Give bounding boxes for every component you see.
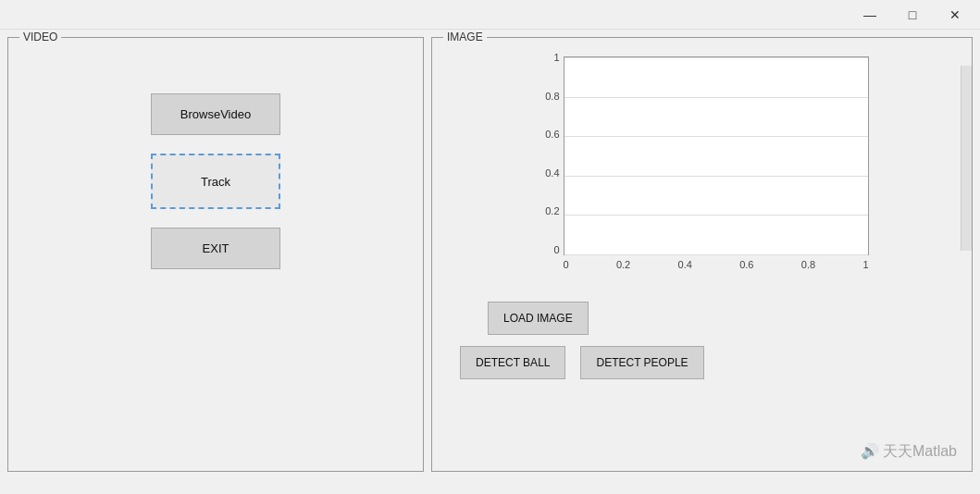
browse-video-button[interactable]: BrowseVideo (151, 93, 280, 135)
plot-container: 1 0.8 0.6 0.4 0.2 0 (527, 52, 878, 283)
y-label-06: 0.6 (545, 129, 559, 140)
y-label-0: 0 (553, 244, 559, 255)
maximize-button[interactable]: □ (891, 0, 934, 30)
y-label-04: 0.4 (545, 167, 559, 179)
grid-line-3 (564, 136, 868, 137)
y-axis: 1 0.8 0.6 0.4 0.2 0 (527, 52, 564, 255)
main-content: VIDEO BrowseVideo Track EXIT IMAGE 1 0.8… (0, 30, 980, 494)
y-label-1: 1 (553, 52, 559, 63)
title-bar: — □ ✕ (0, 0, 980, 30)
minimize-button[interactable]: — (849, 0, 891, 30)
load-image-button[interactable]: LOAD IMAGE (488, 302, 589, 335)
video-panel: VIDEO BrowseVideo Track EXIT (7, 37, 424, 472)
x-label-08: 0.8 (801, 259, 815, 270)
track-button[interactable]: Track (151, 154, 280, 209)
y-label-02: 0.2 (545, 205, 559, 216)
detect-ball-button[interactable]: DETECT BALL (460, 346, 565, 379)
video-panel-label: VIDEO (19, 31, 61, 43)
grid-line-2 (564, 97, 868, 98)
x-label-04: 0.4 (678, 259, 692, 270)
plot-area (564, 56, 869, 255)
exit-button[interactable]: EXIT (151, 228, 280, 269)
image-panel: IMAGE 1 0.8 0.6 0.4 0.2 0 (431, 37, 973, 472)
y-label-08: 0.8 (545, 91, 559, 102)
x-label-06: 0.6 (739, 259, 753, 270)
image-panel-label: IMAGE (443, 31, 487, 43)
scrollbar[interactable] (961, 66, 972, 251)
x-label-02: 0.2 (616, 259, 630, 270)
window-controls: — □ ✕ (849, 0, 976, 30)
close-button[interactable]: ✕ (934, 0, 976, 30)
image-buttons-row2: DETECT BALL DETECT PEOPLE (441, 346, 962, 379)
video-buttons-container: BrowseVideo Track EXIT (8, 38, 423, 269)
x-axis: 0 0.2 0.4 0.6 0.8 1 (564, 255, 869, 283)
x-label-0: 0 (564, 259, 569, 270)
image-panel-inner: 1 0.8 0.6 0.4 0.2 0 (432, 38, 972, 471)
detect-people-button[interactable]: DETECT PEOPLE (580, 346, 703, 379)
grid-line-4 (564, 176, 868, 177)
grid-line-5 (564, 215, 868, 216)
x-label-1: 1 (862, 259, 868, 270)
image-buttons-row1: LOAD IMAGE (441, 302, 962, 335)
grid-line-1 (564, 57, 868, 58)
